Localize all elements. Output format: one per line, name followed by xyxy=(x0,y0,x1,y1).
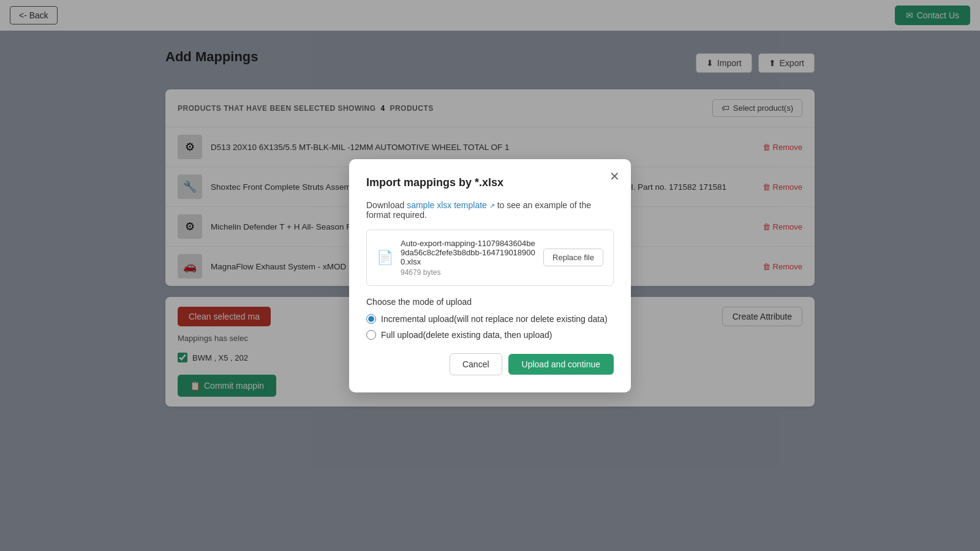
modal-footer: Cancel Upload and continue xyxy=(366,353,614,375)
modal-overlay: Import mappings by *.xlsx ✕ Download sam… xyxy=(0,0,980,551)
incremental-label: Incremental upload(will not replace nor … xyxy=(381,314,608,324)
file-box: 📄 Auto-export-mapping-11079843604be9da56… xyxy=(366,230,614,286)
incremental-radio[interactable] xyxy=(366,314,376,324)
file-info: Auto-export-mapping-11079843604be9da56c8… xyxy=(401,239,536,277)
cancel-button[interactable]: Cancel xyxy=(450,353,502,375)
external-link-icon: ↗ xyxy=(489,202,495,209)
full-upload-label: Full upload(delete existing data, then u… xyxy=(381,330,552,340)
upload-mode-label: Choose the mode of upload xyxy=(366,297,614,307)
modal-description: Download sample xlsx template ↗ to see a… xyxy=(366,200,614,220)
import-modal: Import mappings by *.xlsx ✕ Download sam… xyxy=(349,159,631,392)
full-upload-option[interactable]: Full upload(delete existing data, then u… xyxy=(366,330,614,340)
full-radio[interactable] xyxy=(366,330,376,340)
modal-title: Import mappings by *.xlsx xyxy=(366,176,614,189)
upload-continue-button[interactable]: Upload and continue xyxy=(508,354,614,375)
replace-file-button[interactable]: Replace file xyxy=(543,249,603,266)
sample-template-link[interactable]: sample xlsx template ↗ xyxy=(407,200,497,210)
file-icon: 📄 xyxy=(377,250,393,266)
file-name: Auto-export-mapping-11079843604be9da56c8… xyxy=(401,239,536,266)
file-size: 94679 bytes xyxy=(401,268,536,277)
incremental-upload-option[interactable]: Incremental upload(will not replace nor … xyxy=(366,314,614,324)
modal-close-button[interactable]: ✕ xyxy=(609,170,620,182)
